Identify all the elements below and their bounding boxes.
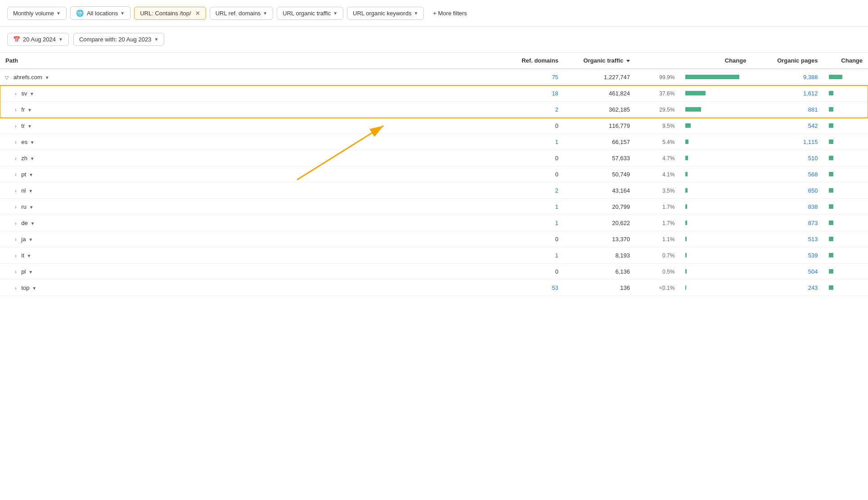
expand-button[interactable]: › bbox=[13, 285, 18, 291]
organic-traffic-cell: 43,164 bbox=[564, 183, 635, 199]
traffic-bar bbox=[685, 156, 688, 160]
path-dropdown-icon[interactable]: ▼ bbox=[31, 286, 36, 291]
expand-button[interactable]: › bbox=[13, 91, 18, 96]
expand-button[interactable]: › bbox=[13, 123, 18, 129]
all-locations-chevron: ▼ bbox=[120, 11, 125, 16]
expand-button[interactable]: › bbox=[13, 204, 18, 210]
traffic-pct-cell: 99.9% bbox=[635, 69, 680, 86]
table-row: › pt ▼ 050,7494.1%568 bbox=[0, 167, 868, 183]
traffic-pct-cell: 1.7% bbox=[635, 215, 680, 231]
date-bar: 📅 20 Aug 2024 ▼ Compare with: 20 Aug 202… bbox=[0, 27, 868, 53]
bar-cell bbox=[680, 231, 751, 248]
ref-domains-cell: 0 bbox=[492, 167, 564, 183]
path-dropdown-icon[interactable]: ▼ bbox=[29, 140, 35, 145]
expand-button[interactable]: › bbox=[13, 156, 18, 161]
url-contains-label: URL: Contains /top/ bbox=[140, 10, 191, 17]
expand-button[interactable]: › bbox=[13, 253, 18, 258]
organic-pages-cell: 881 bbox=[751, 102, 823, 118]
current-date-button[interactable]: 📅 20 Aug 2024 ▼ bbox=[7, 33, 69, 46]
change-indicator bbox=[829, 188, 833, 193]
ref-domains-cell: 0 bbox=[492, 231, 564, 248]
expand-button[interactable]: › bbox=[13, 172, 18, 177]
bar-cell bbox=[680, 134, 751, 150]
traffic-pct-cell: 4.7% bbox=[635, 150, 680, 167]
change2-cell bbox=[823, 280, 868, 296]
organic-pages-cell: 9,388 bbox=[751, 69, 823, 86]
table-row: › zh ▼ 057,6334.7%510 bbox=[0, 150, 868, 167]
table-header-row: Path Ref. domains Organic traffic Change… bbox=[0, 53, 868, 69]
url-ref-domains-filter[interactable]: URL ref. domains ▼ bbox=[210, 7, 274, 20]
organic-pages-cell: 504 bbox=[751, 264, 823, 280]
organic-pages-cell: 1,612 bbox=[751, 86, 823, 102]
pages-bar bbox=[829, 75, 842, 79]
traffic-pct-cell: 37.6% bbox=[635, 86, 680, 102]
col-header-traffic-pct bbox=[635, 53, 680, 69]
traffic-pct-cell: 0.7% bbox=[635, 248, 680, 264]
traffic-pct-cell: 4.1% bbox=[635, 167, 680, 183]
url-organic-traffic-label: URL organic traffic bbox=[283, 10, 331, 17]
path-cell: › nl ▼ bbox=[0, 183, 492, 199]
change2-cell bbox=[823, 215, 868, 231]
all-locations-filter[interactable]: 🌐 All locations ▼ bbox=[70, 6, 130, 20]
path-cell: › top ▼ bbox=[0, 280, 492, 296]
organic-pages-cell: 513 bbox=[751, 231, 823, 248]
calendar-icon: 📅 bbox=[13, 36, 20, 43]
path-dropdown-icon[interactable]: ▼ bbox=[26, 253, 31, 258]
path-cell: › es ▼ bbox=[0, 134, 492, 150]
expand-button[interactable]: › bbox=[13, 188, 18, 194]
path-cell: ▽ ahrefs.com ▼ bbox=[0, 69, 492, 86]
path-dropdown-icon[interactable]: ▼ bbox=[26, 108, 32, 113]
ref-domains-cell: 1 bbox=[492, 215, 564, 231]
path-dropdown-icon[interactable]: ▼ bbox=[27, 237, 33, 242]
organic-traffic-cell: 136 bbox=[564, 280, 635, 296]
path-dropdown-icon[interactable]: ▼ bbox=[27, 270, 33, 275]
path-label: sv ▼ bbox=[21, 90, 34, 97]
expand-button[interactable]: › bbox=[13, 237, 18, 242]
bar-cell bbox=[680, 183, 751, 199]
url-organic-traffic-filter[interactable]: URL organic traffic ▼ bbox=[277, 7, 343, 20]
expand-button[interactable]: › bbox=[13, 221, 18, 226]
expand-button[interactable]: › bbox=[13, 269, 18, 275]
col-header-change2: Change bbox=[823, 53, 868, 69]
url-organic-keywords-chevron: ▼ bbox=[414, 11, 418, 16]
traffic-bar bbox=[685, 237, 687, 241]
expand-button[interactable]: › bbox=[13, 140, 18, 145]
organic-pages-cell: 510 bbox=[751, 150, 823, 167]
bar-cell bbox=[680, 215, 751, 231]
organic-traffic-cell: 13,370 bbox=[564, 231, 635, 248]
change2-cell bbox=[823, 199, 868, 215]
ref-domains-cell: 0 bbox=[492, 150, 564, 167]
path-label: de ▼ bbox=[21, 220, 35, 226]
path-dropdown-icon[interactable]: ▼ bbox=[44, 75, 49, 80]
expand-button[interactable]: › bbox=[13, 107, 18, 113]
path-dropdown-icon[interactable]: ▼ bbox=[29, 221, 35, 226]
organic-traffic-cell: 57,633 bbox=[564, 150, 635, 167]
bar-cell bbox=[680, 150, 751, 167]
more-filters-button[interactable]: + More filters bbox=[427, 7, 472, 19]
table-row: › ru ▼ 120,7991.7%838 bbox=[0, 199, 868, 215]
table-row: › tr ▼ 0116,7799.5%542 bbox=[0, 118, 868, 134]
path-cell: › it ▼ bbox=[0, 248, 492, 264]
url-contains-close[interactable]: ✕ bbox=[195, 10, 200, 17]
table-body: ▽ ahrefs.com ▼ 75 1,227,747 99.9% 9,388 … bbox=[0, 69, 868, 296]
url-organic-keywords-filter[interactable]: URL organic keywords ▼ bbox=[347, 7, 424, 20]
path-dropdown-icon[interactable]: ▼ bbox=[28, 91, 34, 96]
monthly-volume-chevron: ▼ bbox=[56, 11, 61, 16]
table-row: › top ▼ 53136<0.1%243 bbox=[0, 280, 868, 296]
path-dropdown-icon[interactable]: ▼ bbox=[28, 205, 34, 210]
expand-button[interactable]: ▽ bbox=[4, 75, 10, 81]
traffic-bar-large bbox=[685, 75, 739, 79]
compare-date-button[interactable]: Compare with: 20 Aug 2023 ▼ bbox=[73, 33, 164, 46]
path-dropdown-icon[interactable]: ▼ bbox=[29, 156, 35, 161]
path-dropdown-icon[interactable]: ▼ bbox=[26, 124, 32, 129]
monthly-volume-filter[interactable]: Monthly volume ▼ bbox=[7, 7, 67, 20]
traffic-pct-cell: <0.1% bbox=[635, 280, 680, 296]
change-indicator bbox=[829, 172, 833, 176]
change2-cell bbox=[823, 150, 868, 167]
traffic-bar bbox=[685, 253, 687, 257]
path-dropdown-icon[interactable]: ▼ bbox=[27, 172, 33, 177]
current-date-label: 20 Aug 2024 bbox=[23, 36, 56, 43]
path-dropdown-icon[interactable]: ▼ bbox=[27, 189, 33, 194]
col-header-organic-traffic[interactable]: Organic traffic bbox=[564, 53, 635, 69]
url-contains-filter[interactable]: URL: Contains /top/ ✕ bbox=[134, 7, 206, 20]
